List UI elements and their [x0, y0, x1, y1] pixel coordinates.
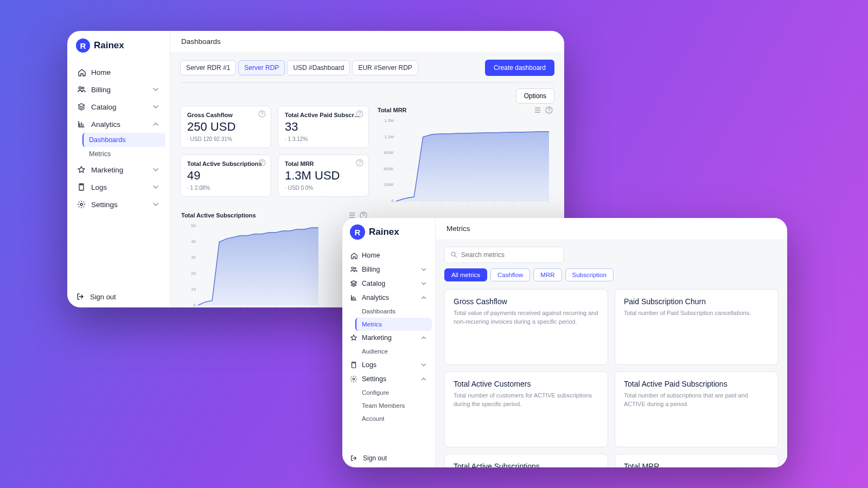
label: Logs	[362, 361, 376, 369]
chart-controls	[534, 106, 553, 114]
main-panel: Metrics All metrics Cashflow MRR Subscri…	[436, 218, 787, 467]
chevron-down-icon	[151, 165, 160, 174]
chart-mrr: 0300K600K900K1.2M1.5M	[376, 118, 554, 211]
metric-title: Total Active Subscriptions	[454, 462, 599, 467]
sidebar-sub-configure[interactable]: Configure	[356, 386, 432, 399]
sidebar-item-marketing[interactable]: Marketing	[72, 161, 165, 178]
sidebar-sub-metrics[interactable]: Metrics	[355, 318, 432, 331]
label: Billing	[91, 86, 111, 94]
svg-text:10: 10	[191, 287, 196, 292]
chevron-down-icon	[420, 266, 427, 273]
options-button[interactable]: Options	[516, 88, 554, 104]
chevron-down-icon	[151, 85, 160, 94]
metric-card[interactable]: Paid Subscription Churn Total number of …	[615, 289, 778, 365]
kpi-title: Total Active Subscriptions	[187, 160, 264, 167]
kpi-row: Gross Cashflow 250 USD · USD 120 92.31% …	[180, 106, 369, 148]
users-icon	[77, 85, 86, 94]
help-icon[interactable]	[545, 106, 553, 114]
logo: R Rainex	[67, 31, 170, 60]
chevron-down-icon	[151, 200, 160, 209]
chart-icon	[350, 294, 358, 301]
filter-chip-mrr[interactable]: MRR	[533, 268, 561, 281]
sidebar-item-billing[interactable]: Billing	[346, 262, 432, 277]
svg-text:20: 20	[191, 271, 196, 276]
analytics-submenu: Dashboards Metrics	[72, 133, 165, 161]
sidebar-sub-dashboards[interactable]: Dashboards	[82, 133, 165, 147]
kpi-value: 33	[285, 120, 362, 134]
metric-card[interactable]: Gross Cashflow Total value of payments r…	[444, 289, 608, 365]
sidebar-item-marketing[interactable]: Marketing	[346, 331, 432, 345]
sidebar-item-analytics[interactable]: Analytics	[346, 291, 432, 305]
options-row: Options	[180, 88, 554, 104]
sidebar-item-billing[interactable]: Billing	[72, 81, 165, 98]
kpi-card-active-paid-subs[interactable]: Total Active Paid Subscr… 33 · 1 3.12%	[278, 106, 369, 148]
chevron-up-icon	[420, 294, 427, 301]
metrics-grid: Gross Cashflow Total value of payments r…	[444, 289, 778, 467]
sidebar-sub-audience[interactable]: Audience	[356, 345, 432, 358]
create-dashboard-button[interactable]: Create dashboard	[485, 60, 554, 76]
search-input[interactable]	[461, 251, 558, 259]
logo-mark: R	[350, 224, 365, 240]
sidebar-item-catalog[interactable]: Catalog	[346, 277, 432, 291]
signout-icon	[76, 292, 85, 301]
label: Settings	[91, 201, 118, 209]
filter-chip-all[interactable]: All metrics	[444, 268, 487, 281]
menu-icon[interactable]	[534, 106, 542, 114]
nav: Home Billing Catalog Analytics Dashboard…	[342, 246, 435, 449]
dashboard-top-row: Server RDR #1 Server RDP USD #Dashboard …	[180, 60, 554, 76]
metric-card[interactable]: Total Active Customers Total number of c…	[444, 371, 608, 447]
metric-card[interactable]: Total Active Subscriptions	[444, 454, 608, 467]
kpi-value: 1.3M USD	[285, 169, 362, 183]
sidebar-item-home[interactable]: Home	[72, 63, 165, 81]
sidebar-item-logs[interactable]: Logs	[346, 358, 432, 372]
sidebar-sub-dashboards[interactable]: Dashboards	[356, 305, 432, 318]
sidebar-item-settings[interactable]: Settings	[72, 196, 165, 213]
label: Settings	[362, 375, 386, 383]
sidebar-item-analytics[interactable]: Analytics	[72, 115, 165, 133]
svg-text:0: 0	[194, 303, 196, 307]
dashboard-tab[interactable]: Server RDP	[238, 60, 285, 75]
metrics-content: All metrics Cashflow MRR Subscription Gr…	[436, 239, 787, 467]
svg-text:0: 0	[392, 198, 394, 203]
metric-card[interactable]: Total MRR	[615, 454, 778, 467]
metric-desc: Total number of subscriptions that are p…	[624, 391, 769, 409]
sidebar-item-logs[interactable]: Logs	[72, 178, 165, 196]
dashboard-tab[interactable]: USD #Dashboard	[287, 60, 350, 75]
svg-text:900K: 900K	[384, 150, 394, 155]
metric-card[interactable]: Total Active Paid Subscriptions Total nu…	[615, 371, 778, 447]
filter-chip-cashflow[interactable]: Cashflow	[490, 268, 530, 281]
dashboard-tab[interactable]: EUR #Server RDP	[352, 60, 418, 75]
sidebar-item-settings[interactable]: Settings	[346, 372, 432, 386]
kpi-card-total-mrr[interactable]: Total MRR 1.3M USD · USD 0 0%	[278, 155, 369, 197]
search-box[interactable]	[444, 247, 564, 263]
help-icon[interactable]	[258, 158, 266, 168]
sidebar-item-catalog[interactable]: Catalog	[72, 98, 165, 115]
help-icon[interactable]	[355, 110, 364, 119]
users-icon	[350, 266, 358, 273]
sidebar-sub-team[interactable]: Team Members	[356, 399, 432, 412]
kpi-title: Total MRR	[285, 160, 362, 167]
logs-icon	[350, 361, 358, 369]
label: Billing	[362, 266, 380, 273]
help-icon[interactable]	[355, 158, 364, 168]
breadcrumb: Dashboards	[170, 31, 564, 52]
sidebar-sub-metrics[interactable]: Metrics	[84, 147, 165, 161]
help-icon[interactable]	[258, 110, 266, 119]
kpi-title: Gross Cashflow	[187, 112, 264, 118]
label: Marketing	[91, 166, 123, 174]
kpi-card-active-subs[interactable]: Total Active Subscriptions 49 · 1 2.08%	[180, 155, 271, 197]
kpi-column: Gross Cashflow 250 USD · USD 120 92.31% …	[180, 106, 369, 307]
chart-title: Total MRR	[378, 107, 407, 113]
signout-button[interactable]: Sign out	[342, 449, 435, 467]
svg-text:30: 30	[191, 255, 196, 260]
kpi-card-gross-cashflow[interactable]: Gross Cashflow 250 USD · USD 120 92.31%	[180, 106, 271, 148]
filter-chip-subscription[interactable]: Subscription	[565, 268, 614, 281]
signout-icon	[350, 454, 358, 462]
sidebar-sub-account[interactable]: Account	[356, 412, 432, 425]
label: Marketing	[362, 334, 392, 342]
sidebar-item-home[interactable]: Home	[346, 248, 432, 262]
signout-button[interactable]: Sign out	[67, 286, 170, 307]
logo: R Rainex	[342, 218, 435, 246]
chart-header: Total Active Subscriptions	[180, 211, 369, 223]
dashboard-tab[interactable]: Server RDR #1	[180, 60, 236, 75]
